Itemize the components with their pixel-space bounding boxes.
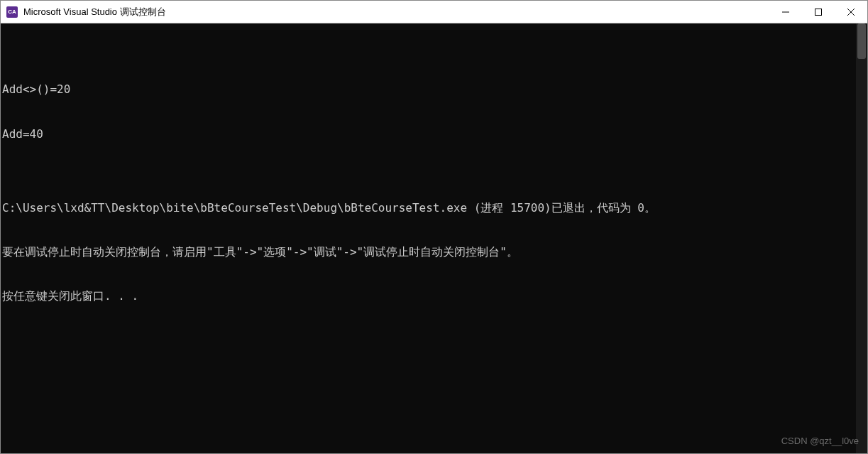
maximize-icon xyxy=(815,9,822,16)
close-button[interactable] xyxy=(835,1,867,23)
scrollbar-thumb[interactable] xyxy=(857,23,866,59)
maximize-button[interactable] xyxy=(802,1,835,23)
console-line: Add=40 xyxy=(2,127,866,142)
window-title: Microsoft Visual Studio 调试控制台 xyxy=(23,6,769,18)
svg-rect-1 xyxy=(815,9,822,15)
titlebar[interactable]: CA Microsoft Visual Studio 调试控制台 xyxy=(1,1,867,23)
app-icon: CA xyxy=(6,6,18,18)
console-line: 要在调试停止时自动关闭控制台，请启用"工具"->"选项"->"调试"->"调试停… xyxy=(2,245,866,260)
window-controls xyxy=(769,1,867,23)
watermark: CSDN @qzt__l0ve xyxy=(781,436,859,448)
console-line: C:\Users\lxd&TT\Desktop\bite\bBteCourseT… xyxy=(2,201,866,216)
console-body[interactable]: Add<>()=20 Add=40 C:\Users\lxd&TT\Deskto… xyxy=(1,23,867,453)
console-line: Add<>()=20 xyxy=(2,82,866,97)
close-icon xyxy=(847,9,855,16)
minimize-button[interactable] xyxy=(769,1,802,23)
console-output: Add<>()=20 Add=40 C:\Users\lxd&TT\Deskto… xyxy=(1,53,867,334)
console-line: 按任意键关闭此窗口. . . xyxy=(2,289,866,304)
vertical-scrollbar[interactable] xyxy=(856,23,867,453)
console-window: CA Microsoft Visual Studio 调试控制台 Add<>()… xyxy=(0,0,868,454)
minimize-icon xyxy=(782,9,789,16)
